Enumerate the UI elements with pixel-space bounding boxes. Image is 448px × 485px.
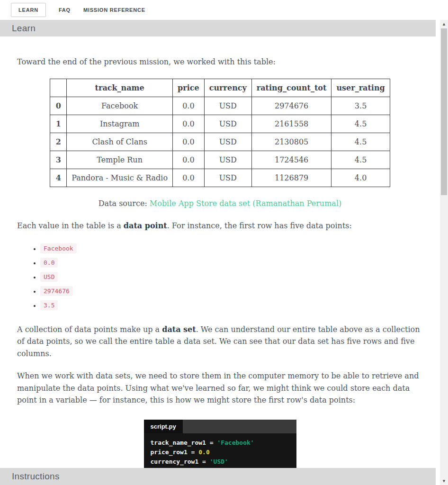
tab-faq[interactable]: FAQ [59,7,71,13]
scroll-up-arrow-icon[interactable]: ▲ [440,20,448,28]
table-cell: 2130805 [251,133,332,151]
list-item: Facebook [40,243,423,252]
table-cell: 0.0 [173,97,205,115]
list-item: 0.0 [40,258,423,267]
table-cell: 0.0 [173,115,205,133]
code-header: script.py [144,420,296,433]
table-cell: 1126879 [251,169,332,187]
row-index-cell: 3 [50,151,67,169]
table-row: 0Facebook0.0USD29746763.5 [50,97,390,115]
code-line: price_row1 = 0.0 [151,448,290,457]
table-row: 4Pandora - Music & Radio0.0USD11268794.0 [50,169,390,187]
list-item: USD [40,272,423,281]
table-header-cell: rating_count_tot [251,79,332,97]
data-point-list: Facebook0.0USD29746763.5 [17,243,423,309]
table-header-cell: price [173,79,205,97]
table-cell: 4.5 [332,115,390,133]
list-item: 3.5 [40,300,423,309]
table-corner-cell [50,79,67,97]
data-source-line: Data source: Mobile App Store data set (… [17,198,423,210]
data-table: track_namepricecurrencyrating_count_totu… [50,79,390,187]
table-cell: USD [204,97,251,115]
table-cell: 2974676 [251,97,332,115]
code-line: track_name_row1 = 'Facebook' [151,438,290,448]
instructions-section-title: Instructions [12,471,60,482]
list-item: 2974676 [40,286,423,295]
table-cell: 4.0 [332,169,390,187]
top-navigation: LEARN FAQ MISSION REFERENCE [0,0,448,20]
table-cell: 2161558 [251,115,332,133]
table-header-cell: track_name [67,79,173,97]
table-cell: 0.0 [173,151,205,169]
instructions-section-bar[interactable]: Instructions [0,468,436,485]
table-cell: 3.5 [332,97,390,115]
vertical-scrollbar[interactable]: ▲ ▼ [440,20,448,485]
row-index-cell: 4 [50,169,67,187]
table-cell: Clash of Clans [67,133,173,151]
table-cell: 1724546 [251,151,332,169]
variables-paragraph: When we work with data sets, we need to … [17,370,423,406]
table-header-row: track_namepricecurrencyrating_count_totu… [50,79,390,97]
table-row: 1Instagram0.0USD21615584.5 [50,115,390,133]
inline-code: 3.5 [40,300,58,310]
table-cell: USD [204,169,251,187]
data-source-prefix: Data source: [99,199,150,208]
table-cell: 0.0 [173,169,205,187]
inline-code: 2974676 [40,286,73,296]
code-filename-tab: script.py [144,420,183,433]
scrollbar-thumb[interactable] [441,28,447,195]
tab-learn[interactable]: LEARN [11,3,46,17]
app-window: LEARN FAQ MISSION REFERENCE Learn Toward… [0,0,448,485]
bold-term: data set [162,325,196,334]
lesson-content: Toward the end of the previous mission, … [0,36,440,485]
learn-section-bar: Learn [0,20,436,36]
scroll-down-arrow-icon[interactable]: ▼ [440,477,448,485]
inline-code: USD [40,272,58,282]
table-cell: Temple Run [67,151,173,169]
table-cell: USD [204,151,251,169]
table-cell: 0.0 [173,133,205,151]
table-cell: 4.5 [332,133,390,151]
data-set-paragraph: A collection of data points make up a da… [17,323,423,360]
table-cell: Instagram [67,115,173,133]
table-cell: Pandora - Music & Radio [67,169,173,187]
table-cell: USD [204,115,251,133]
data-point-paragraph: Each value in the table is a data point.… [17,220,423,232]
table-row: 3Temple Run0.0USD17245464.5 [50,151,390,169]
tab-mission-reference[interactable]: MISSION REFERENCE [83,7,145,13]
inline-code: Facebook [40,243,77,253]
inline-code: 0.0 [40,258,58,268]
bold-term: data point [124,221,167,230]
intro-paragraph: Toward the end of the previous mission, … [17,56,423,68]
table-header-cell: user_rating [332,79,390,97]
table-cell: Facebook [67,97,173,115]
code-line: currency_row1 = 'USD' [151,457,290,467]
row-index-cell: 2 [50,133,67,151]
row-index-cell: 0 [50,97,67,115]
table-header-cell: currency [204,79,251,97]
table-cell: USD [204,133,251,151]
row-index-cell: 1 [50,115,67,133]
data-source-link[interactable]: Mobile App Store data set (Ramanathan Pe… [150,199,341,208]
table-row: 2Clash of Clans0.0USD21308054.5 [50,133,390,151]
table-cell: 4.5 [332,151,390,169]
learn-section-title: Learn [12,23,36,34]
